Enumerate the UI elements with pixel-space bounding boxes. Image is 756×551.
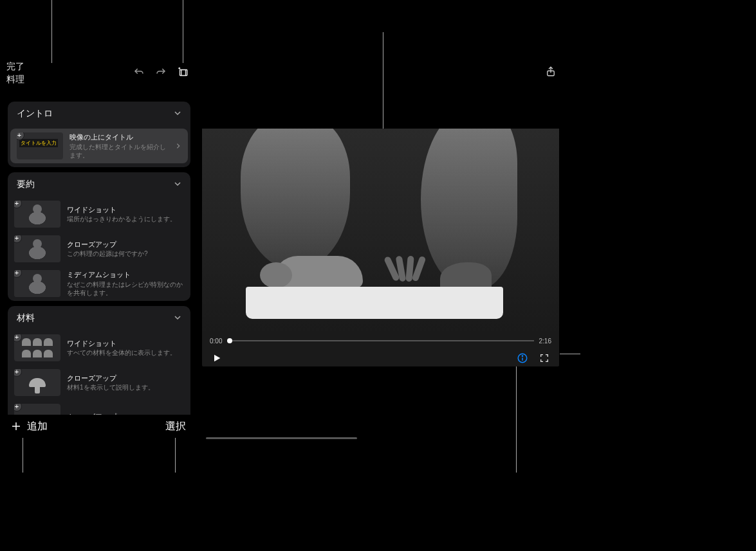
clip-row[interactable]: + タイトルを入力 映像の上にタイトル 完成した料理とタイトルを紹介します。 [10, 129, 188, 163]
section-title: 材料 [17, 312, 35, 324]
callout-line [516, 366, 517, 473]
chevron-down-icon [174, 313, 181, 323]
clip-row[interactable]: + クローズアップ 材料1を表示して説明します。 [8, 365, 190, 400]
project-title: 料理 [6, 74, 24, 86]
preview-viewer: 0:00 2:16 [202, 129, 559, 366]
chevron-down-icon [174, 179, 181, 190]
storyboard-sidebar: イントロ + タイトルを入力 映像の上にタイトル 完成した料理とタイトルを紹介し… [8, 102, 190, 417]
clip-description: 材料1を表示して説明します。 [67, 383, 184, 392]
section-header[interactable]: 材料 [8, 306, 190, 330]
bottom-bar: 追加 選択 [0, 415, 196, 438]
play-button[interactable] [210, 351, 224, 365]
share-button[interactable] [544, 64, 558, 78]
clip-title: クローズアップ [67, 240, 184, 249]
svg-point-10 [522, 356, 522, 356]
callout-line [23, 437, 23, 473]
section-title: イントロ [17, 108, 53, 120]
undo-button[interactable] [132, 66, 146, 80]
clip-thumbnail: + [14, 201, 60, 228]
callout-line [183, 0, 183, 63]
clip-title: ミディアムショット [67, 270, 184, 279]
callout-line [560, 354, 580, 354]
preview-controls: 0:00 2:16 [202, 333, 559, 366]
clip-description: 場所がはっきりわかるようにします。 [67, 215, 184, 223]
preview-canvas[interactable] [202, 129, 559, 333]
scrubber-track[interactable] [227, 340, 533, 341]
done-button[interactable]: 完了 [6, 61, 24, 73]
callout-line [175, 437, 176, 473]
clip-title: ワイドショット [67, 339, 184, 348]
scrubber-playhead[interactable] [227, 338, 232, 343]
clip-row[interactable]: + ワイドショット すべての材料を全体的に表示します。 [8, 330, 190, 365]
clip-row[interactable]: + ワイドショット 場所がはっきりわかるようにします。 [8, 197, 190, 231]
clip-title: クローズアップ [67, 374, 184, 383]
clip-description: なぜこの料理またはレシピが特別なのかを共有します。 [67, 280, 184, 297]
callout-line [51, 0, 52, 63]
clip-description: 完成した料理とタイトルを紹介します。 [69, 143, 169, 159]
clip-thumbnail: + [14, 369, 60, 396]
section-header[interactable]: イントロ [8, 102, 190, 126]
clip-thumbnail: + タイトルを入力 [17, 132, 63, 159]
section-intro: イントロ + タイトルを入力 映像の上にタイトル 完成した料理とタイトルを紹介し… [8, 102, 190, 167]
current-time: 0:00 [210, 338, 222, 345]
clip-thumbnail: + [14, 270, 60, 297]
section-header[interactable]: 要約 [8, 172, 190, 197]
clip-row[interactable]: + ミディアムショット なぜこの料理またはレシピが特別なのかを共有します。 [8, 266, 190, 301]
clip-title: ワイドショット [67, 205, 184, 214]
add-button-label: 追加 [27, 420, 48, 433]
redo-button[interactable] [154, 66, 168, 80]
top-bar: 完了 料理 [0, 61, 196, 96]
select-button[interactable]: 選択 [165, 420, 186, 433]
fullscreen-button[interactable] [537, 351, 551, 365]
media-insert-button[interactable] [176, 66, 190, 80]
chevron-down-icon [174, 109, 181, 119]
clip-description: この料理の起源は何ですか? [67, 249, 184, 258]
clip-thumbnail: + [14, 334, 60, 361]
add-button[interactable]: 追加 [10, 420, 48, 433]
callout-line [383, 32, 383, 130]
clip-title: 映像の上にタイトル [69, 132, 169, 141]
total-time: 2:16 [539, 338, 551, 345]
thumb-title-overlay: タイトルを入力 [19, 139, 58, 147]
clip-description: すべての材料を全体的に表示します。 [67, 348, 184, 357]
section-ingredients: 材料 + ワイドショット すべての材料を全体的に表示します。 + クローズアップ… [8, 306, 190, 417]
clip-thumbnail: + [14, 235, 60, 262]
chevron-right-icon [175, 140, 181, 152]
clip-row[interactable]: + クローズアップ この料理の起源は何ですか? [8, 231, 190, 266]
section-title: 要約 [17, 179, 35, 190]
info-button[interactable] [515, 351, 530, 365]
section-summary: 要約 + ワイドショット 場所がはっきりわかるようにします。 + クローズアップ… [8, 172, 190, 301]
timeline-indicator [206, 437, 357, 439]
